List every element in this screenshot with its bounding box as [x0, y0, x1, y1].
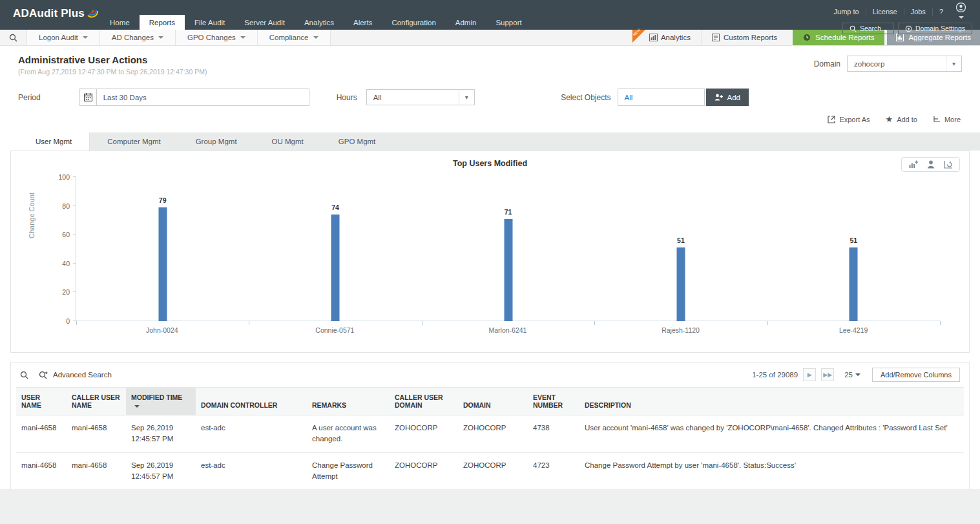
- add-user-icon: [714, 94, 723, 101]
- tabbar-rest: Computer Mgmt Group Mgmt OU Mgmt GPO Mgm…: [89, 132, 980, 151]
- add-remove-columns-button[interactable]: Add/Remove Columns: [872, 368, 960, 382]
- chevron-down-icon: ▾: [459, 90, 474, 105]
- custom-reports-label: Custom Reports: [724, 34, 777, 41]
- bar[interactable]: [158, 207, 167, 321]
- help-link[interactable]: ?: [933, 8, 950, 16]
- nav-alerts[interactable]: Alerts: [344, 15, 382, 30]
- custom-reports-button[interactable]: Custom Reports: [701, 30, 787, 45]
- chevron-down-icon: ▾: [946, 56, 961, 71]
- domain-settings-button[interactable]: Domain Settings: [898, 23, 972, 34]
- chart-title: Top Users Modified: [11, 159, 969, 168]
- table-search-button[interactable]: [20, 371, 28, 379]
- x-tick-label: Lee-4219: [767, 326, 940, 334]
- y-axis-label: Change Count: [28, 193, 36, 238]
- hours-select[interactable]: All ▾: [366, 89, 475, 105]
- jump-to-link[interactable]: Jump to: [828, 8, 866, 16]
- more-button[interactable]: More: [933, 116, 961, 123]
- new-ribbon: NEW: [632, 30, 645, 43]
- col-domain-controller[interactable]: DOMAIN CONTROLLER: [196, 388, 307, 415]
- export-as-button[interactable]: Export As: [828, 116, 870, 123]
- menu-gpo-changes[interactable]: GPO Changes: [176, 30, 258, 45]
- cell-domain-controller: est-adc: [196, 452, 307, 490]
- x-tick-label: John-0024: [76, 326, 249, 334]
- tab-group-mgmt[interactable]: Group Mgmt: [178, 132, 255, 151]
- period-input[interactable]: Last 30 Days: [96, 89, 309, 106]
- user-menu[interactable]: [950, 3, 972, 20]
- menu-ad-changes-label: AD Changes: [112, 34, 154, 41]
- col-caller-user-domain[interactable]: CALLER USER DOMAIN: [390, 388, 458, 415]
- search-button-label: Search...: [860, 25, 887, 32]
- pagination-range: 1-25 of 29089: [752, 371, 798, 379]
- bar[interactable]: [850, 247, 858, 321]
- menu-compliance[interactable]: Compliance: [258, 30, 331, 45]
- report-search-button[interactable]: [0, 30, 27, 45]
- bar[interactable]: [504, 219, 512, 321]
- chart-user-filter-button[interactable]: [927, 160, 935, 169]
- x-tick-label: Rajesh-1120: [594, 326, 767, 334]
- nav-admin[interactable]: Admin: [446, 15, 486, 30]
- app-logo-text: ADAudit Plus: [13, 7, 85, 20]
- table-header-row: USER NAME CALLER USER NAME MODIFIED TIME…: [16, 388, 964, 415]
- tab-user-mgmt[interactable]: User Mgmt: [18, 132, 89, 151]
- cell-caller-user-domain: ZOHOCORP: [390, 452, 458, 490]
- app-logo[interactable]: ADAudit Plus: [13, 7, 99, 20]
- col-user-name[interactable]: USER NAME: [16, 388, 67, 415]
- page-title: Administrative User Actions: [18, 54, 207, 65]
- nav-file-audit[interactable]: File Audit: [185, 15, 235, 30]
- bar[interactable]: [676, 247, 685, 321]
- bar-value-label: 71: [505, 208, 512, 216]
- menu-logon-audit-label: Logon Audit: [39, 34, 78, 41]
- tab-computer-mgmt[interactable]: Computer Mgmt: [90, 132, 178, 151]
- col-modified-time[interactable]: MODIFIED TIME: [126, 388, 196, 415]
- analytics-link[interactable]: NEW Analytics: [632, 30, 701, 45]
- select-objects-input[interactable]: All: [618, 89, 705, 106]
- menu-logon-audit[interactable]: Logon Audit: [27, 30, 100, 45]
- hours-select-value: All: [367, 94, 459, 101]
- domain-select[interactable]: zohocorp ▾: [847, 56, 962, 72]
- license-link[interactable]: License: [866, 8, 904, 16]
- analytics-label: Analytics: [661, 34, 691, 41]
- chart-type-button[interactable]: [908, 160, 918, 169]
- add-objects-button[interactable]: Add: [706, 89, 749, 106]
- cell-event-number: 4723: [528, 452, 579, 490]
- jobs-link[interactable]: Jobs: [904, 8, 933, 16]
- col-caller-user-name[interactable]: CALLER USER NAME: [67, 388, 126, 415]
- calendar-button[interactable]: [79, 89, 97, 106]
- schedule-reports-label: Schedule Reports: [815, 34, 874, 41]
- x-tick-label: Connie-0571: [249, 326, 422, 334]
- select-objects-label: Select Objects: [561, 93, 610, 102]
- col-domain[interactable]: DOMAIN: [458, 388, 528, 415]
- global-search-button[interactable]: Search...: [842, 23, 894, 34]
- cell-description: User account 'mani-4658' was changed by …: [579, 415, 964, 453]
- nav-home[interactable]: Home: [100, 15, 140, 30]
- chevron-down-icon: [240, 36, 245, 39]
- cell-caller-user-name: mani-4658: [67, 452, 126, 490]
- tab-gpo-mgmt[interactable]: GPO Mgmt: [321, 132, 393, 151]
- bar[interactable]: [331, 215, 340, 321]
- cell-description: Change Password Attempt by user 'mani-46…: [579, 452, 964, 490]
- col-remarks[interactable]: REMARKS: [307, 388, 390, 415]
- advanced-search-button[interactable]: Advanced Search: [39, 371, 112, 379]
- nav-server-audit[interactable]: Server Audit: [235, 15, 295, 30]
- chart-refresh-button[interactable]: [944, 160, 953, 169]
- menu-ad-changes[interactable]: AD Changes: [100, 30, 176, 45]
- x-divider: [940, 321, 941, 325]
- page-size-select[interactable]: 25: [844, 371, 860, 379]
- nav-configuration[interactable]: Configuration: [382, 15, 445, 30]
- user-icon: [927, 160, 935, 169]
- nav-support[interactable]: Support: [486, 15, 531, 30]
- add-button-label: Add: [727, 94, 740, 101]
- add-to-button[interactable]: ★ Add to: [885, 115, 917, 123]
- tab-ou-mgmt[interactable]: OU Mgmt: [255, 132, 321, 151]
- table-row[interactable]: mani-4658 mani-4658 Sep 26,2019 12:45:57…: [16, 452, 964, 490]
- next-page-button[interactable]: ▶: [803, 368, 816, 381]
- table-row[interactable]: mani-4658 mani-4658 Sep 26,2019 12:45:57…: [16, 415, 964, 453]
- sort-desc-icon: [134, 405, 140, 408]
- last-page-button[interactable]: ▶▶: [821, 368, 834, 381]
- col-event-number[interactable]: EVENT NUMBER: [528, 388, 579, 415]
- nav-reports[interactable]: Reports: [140, 15, 185, 30]
- hours-label: Hours: [337, 93, 357, 102]
- domain-settings-icon: [905, 25, 912, 32]
- col-description[interactable]: DESCRIPTION: [579, 388, 964, 415]
- nav-analytics[interactable]: Analytics: [295, 15, 344, 30]
